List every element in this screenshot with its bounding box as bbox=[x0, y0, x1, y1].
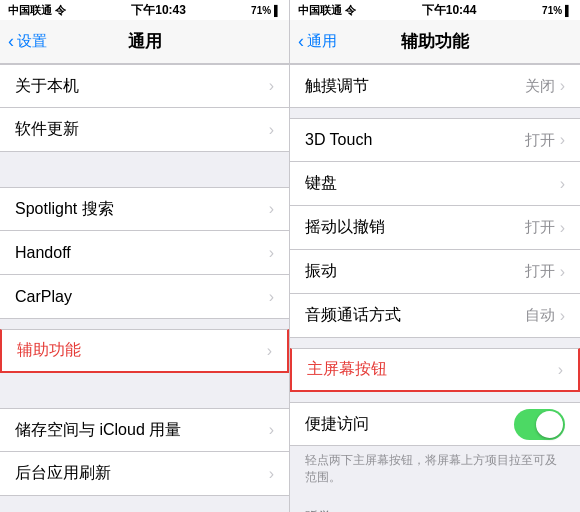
left-back-label: 设置 bbox=[17, 32, 47, 51]
left-nav-bar: ‹ 设置 通用 bbox=[0, 20, 289, 64]
left-item-background-refresh[interactable]: 后台应用刷新 › bbox=[0, 452, 289, 496]
left-item-carplay[interactable]: CarPlay › bbox=[0, 275, 289, 319]
right-item-home-button[interactable]: 主屏幕按钮 › bbox=[290, 348, 580, 392]
left-panel: 中国联通 令 下午10:43 71% ▌ ‹ 设置 通用 关于本机 › 软件更新… bbox=[0, 0, 290, 512]
right-back-label: 通用 bbox=[307, 32, 337, 51]
right-item-keyboard[interactable]: 键盘 › bbox=[290, 162, 580, 206]
right-item-vibration[interactable]: 振动 打开 › bbox=[290, 250, 580, 294]
right-separator-3 bbox=[290, 392, 580, 402]
right-separator-1 bbox=[290, 108, 580, 118]
right-section-1: 触摸调节 关闭 › bbox=[290, 64, 580, 108]
right-time: 下午10:44 bbox=[422, 2, 477, 19]
left-item-accessibility[interactable]: 辅助功能 › bbox=[0, 329, 289, 373]
left-section-4: 储存空间与 iCloud 用量 › 后台应用刷新 › bbox=[0, 408, 289, 496]
left-item-storage[interactable]: 储存空间与 iCloud 用量 › bbox=[0, 408, 289, 452]
chevron-icon: › bbox=[560, 219, 565, 237]
left-separator-4 bbox=[0, 496, 289, 512]
right-nav-title: 辅助功能 bbox=[401, 30, 469, 53]
right-item-shake-undo[interactable]: 摇动以撤销 打开 › bbox=[290, 206, 580, 250]
right-separator-2 bbox=[290, 338, 580, 348]
left-nav-title: 通用 bbox=[128, 30, 162, 53]
left-battery: 71% ▌ bbox=[251, 5, 281, 16]
left-item-software-update[interactable]: 软件更新 › bbox=[0, 108, 289, 152]
chevron-icon: › bbox=[560, 263, 565, 281]
hearing-section-header: 听觉 bbox=[290, 502, 580, 512]
chevron-icon: › bbox=[269, 288, 274, 306]
chevron-icon: › bbox=[267, 342, 272, 360]
right-back-button[interactable]: ‹ 通用 bbox=[298, 31, 337, 52]
chevron-icon: › bbox=[269, 77, 274, 95]
right-item-call-audio[interactable]: 音频通话方式 自动 › bbox=[290, 294, 580, 338]
left-separator-3 bbox=[0, 373, 289, 408]
reachability-toggle[interactable] bbox=[514, 409, 565, 440]
chevron-icon: › bbox=[269, 465, 274, 483]
chevron-icon: › bbox=[269, 121, 274, 139]
left-time: 下午10:43 bbox=[131, 2, 186, 19]
right-battery: 71% ▌ bbox=[542, 5, 572, 16]
left-section-2: Spotlight 搜索 › Handoff › CarPlay › bbox=[0, 187, 289, 319]
left-settings-list: 关于本机 › 软件更新 › Spotlight 搜索 › Handoff › C… bbox=[0, 64, 289, 512]
toggle-knob bbox=[536, 411, 563, 438]
chevron-icon: › bbox=[560, 77, 565, 95]
right-separator-4 bbox=[290, 492, 580, 502]
left-item-handoff[interactable]: Handoff › bbox=[0, 231, 289, 275]
chevron-icon: › bbox=[269, 421, 274, 439]
right-section-4: 便捷访问 轻点两下主屏幕按钮，将屏幕上方项目拉至可及范围。 bbox=[290, 402, 580, 492]
right-section-2: 3D Touch 打开 › 键盘 › 摇动以撤销 打开 › 振动 bbox=[290, 118, 580, 338]
right-back-chevron: ‹ bbox=[298, 31, 304, 52]
left-section-1: 关于本机 › 软件更新 › bbox=[0, 64, 289, 152]
right-panel: 中国联通 令 下午10:44 71% ▌ ‹ 通用 辅助功能 触摸调节 关闭 › bbox=[290, 0, 580, 512]
chevron-icon: › bbox=[558, 361, 563, 379]
chevron-icon: › bbox=[560, 131, 565, 149]
right-item-touch[interactable]: 触摸调节 关闭 › bbox=[290, 64, 580, 108]
chevron-icon: › bbox=[269, 200, 274, 218]
chevron-icon: › bbox=[269, 244, 274, 262]
left-separator-2 bbox=[0, 319, 289, 329]
left-status-bar: 中国联通 令 下午10:43 71% ▌ bbox=[0, 0, 289, 20]
left-carrier: 中国联通 令 bbox=[8, 3, 66, 18]
right-settings-list: 触摸调节 关闭 › 3D Touch 打开 › 键盘 › bbox=[290, 64, 580, 512]
left-back-chevron: ‹ bbox=[8, 31, 14, 52]
right-item-reachability[interactable]: 便捷访问 bbox=[290, 402, 580, 446]
right-section-5: 听觉 助听设备 › LED 闪烁以提醒 关闭 › 单声道音频 bbox=[290, 502, 580, 512]
right-item-3dtouch[interactable]: 3D Touch 打开 › bbox=[290, 118, 580, 162]
left-item-spotlight[interactable]: Spotlight 搜索 › bbox=[0, 187, 289, 231]
right-carrier: 中国联通 令 bbox=[298, 3, 356, 18]
right-section-3: 主屏幕按钮 › bbox=[290, 348, 580, 392]
right-status-bar: 中国联通 令 下午10:44 71% ▌ bbox=[290, 0, 580, 20]
left-separator-1 bbox=[0, 152, 289, 187]
left-item-about[interactable]: 关于本机 › bbox=[0, 64, 289, 108]
chevron-icon: › bbox=[560, 307, 565, 325]
chevron-icon: › bbox=[560, 175, 565, 193]
left-back-button[interactable]: ‹ 设置 bbox=[8, 31, 47, 52]
reachability-subtext: 轻点两下主屏幕按钮，将屏幕上方项目拉至可及范围。 bbox=[290, 446, 580, 492]
left-section-3: 辅助功能 › bbox=[0, 329, 289, 373]
right-nav-bar: ‹ 通用 辅助功能 bbox=[290, 20, 580, 64]
